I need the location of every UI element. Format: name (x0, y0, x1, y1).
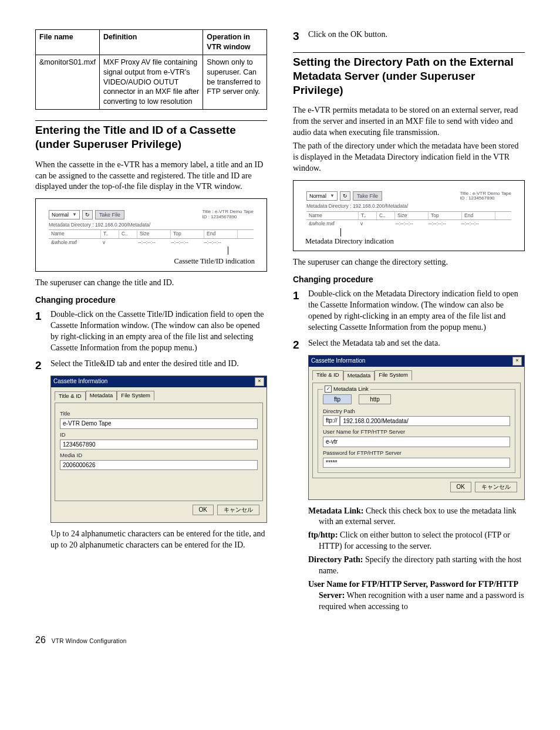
col-top: Top (429, 212, 462, 219)
cassette-title-id-field[interactable]: Title : e-VTR Demo Tape ID : 1234567890 (202, 209, 254, 220)
tab-file-system[interactable]: File System (117, 391, 154, 401)
dialog-title-text: Cassette Information (53, 377, 107, 386)
file-table-cell-name: &monitorS01.mxf (36, 55, 100, 109)
cell-t: v (358, 220, 376, 228)
cell-t: v (100, 239, 118, 246)
intro2a: The e-VTR permits metadata to be stored … (293, 105, 525, 138)
metadata-directory-field[interactable]: Metadata Directory : 192.168.0.200/Metad… (49, 222, 254, 228)
username-input[interactable]: e-vtr (323, 437, 510, 447)
take-file-button[interactable]: Take File (353, 191, 382, 201)
file-list-header: Name T.. C.. Size Top End (306, 211, 511, 220)
cell-end: --:--:--:-- (459, 220, 492, 228)
tab-title-id[interactable]: Title & ID (312, 370, 343, 380)
col-c: C.. (377, 212, 395, 219)
tab-metadata[interactable]: Metadata (343, 371, 375, 381)
chevron-down-icon: ▼ (72, 212, 77, 218)
changing-procedure-heading-2: Changing procedure (293, 274, 525, 285)
page-columns: File name Definition Operation in VTR wi… (35, 29, 525, 616)
col-name: Name (49, 230, 101, 238)
title-input[interactable]: e-VTR Demo Tape (60, 418, 258, 429)
step-number: 2 (293, 338, 308, 350)
description-list: Metadata Link: Check this check box to u… (308, 506, 525, 613)
file-table-h2: Operation in VTR window (203, 30, 267, 55)
metadata-link-checkbox[interactable]: ✓ (325, 386, 332, 393)
view-dropdown-value: Normal (52, 211, 69, 218)
cell-top: --:--:--:-- (168, 239, 201, 246)
http-button[interactable]: http (359, 394, 391, 405)
page-footer: 26 VTR Window Configuration (35, 634, 525, 647)
take-file-button[interactable]: Take File (95, 210, 124, 219)
directory-path-label: Directry Path (323, 408, 510, 415)
metadata-link-label: Metadata Link (333, 386, 369, 393)
media-id-label: Media ID (60, 452, 258, 459)
col-top: Top (171, 230, 204, 238)
close-button[interactable]: × (255, 377, 264, 386)
desc-metadata-link: Metadata Link: Check this check box to u… (308, 506, 525, 528)
step-2-right: 2 Select the Metadata tab and set the da… (293, 338, 525, 350)
chevron-down-icon: ▼ (330, 193, 335, 200)
col-c: C.. (119, 230, 137, 238)
ftp-button[interactable]: ftp (323, 394, 352, 405)
step-number: 1 (293, 289, 308, 333)
refresh-icon: ↻ (343, 193, 348, 199)
cell-c (118, 239, 136, 246)
cancel-button[interactable]: キャンセル (217, 505, 259, 515)
file-table-h1: Definition (99, 30, 203, 55)
tab-title-id[interactable]: Title & ID (55, 391, 86, 401)
ok-button[interactable]: OK (450, 482, 471, 492)
password-label: Password for FTP/HTTP Server (323, 450, 510, 457)
metadata-link-group: ✓ Metadata Link ftp http Directry Path f… (318, 389, 515, 473)
refresh-button[interactable]: ↻ (82, 210, 93, 219)
refresh-button[interactable]: ↻ (340, 191, 350, 201)
cell-end: --:--:--:-- (201, 239, 234, 246)
file-table-row: &monitorS01.mxf MXF Proxy AV file contai… (36, 55, 267, 109)
dialog-tabs: Title & ID Metadata File System (55, 391, 263, 401)
cancel-button[interactable]: キャンセル (475, 482, 517, 492)
close-button[interactable]: × (512, 357, 522, 366)
id-input[interactable]: 1234567890 (60, 440, 258, 450)
step-1-left: 1 Double-click on the Cassette Title/ID … (35, 309, 267, 354)
after-fig1-text: The superuser can change the title and I… (35, 278, 267, 289)
heading-title-id: Entering the Title and ID of a Cassette … (35, 120, 267, 151)
file-table: File name Definition Operation in VTR wi… (35, 29, 267, 110)
metadata-directory-field[interactable]: Metadata Directory : 192.168.0.200/Metad… (306, 203, 511, 209)
after-fig2-text: The superuser can change the directory s… (293, 257, 525, 268)
cell-top: --:--:--:-- (426, 220, 459, 228)
tab-file-system[interactable]: File System (375, 370, 412, 380)
file-list-row[interactable]: &whole.mxf v --:--:--:-- --:--:--:-- --:… (306, 220, 511, 228)
dialog-titlebar: Cassette Information × (309, 356, 524, 367)
media-id-input[interactable]: 2006000626 (60, 460, 258, 471)
step-number: 3 (293, 29, 308, 42)
col-size: Size (395, 212, 429, 219)
view-dropdown-value: Normal (309, 192, 326, 200)
step-1-right-text: Double-click on the Metadata Directory i… (308, 289, 525, 333)
vtr-window-figure-1: Normal ▼ ↻ Take File Title : e-VTR Demo … (35, 198, 267, 272)
intro2b: The path of the directory under which th… (293, 141, 525, 174)
view-dropdown[interactable]: Normal ▼ (306, 191, 338, 201)
desc-directory-path: Directory Path: Specify the directory pa… (308, 555, 525, 577)
step-3-right-top: 3 Click on the OK button. (293, 29, 525, 42)
step-3-text: Click on the OK button. (308, 29, 525, 42)
changing-procedure-heading-1: Changing procedure (35, 295, 267, 306)
callout-cassette-titleid: Cassette Title/ID indication (41, 256, 255, 266)
file-list-row[interactable]: &whole.mxf v --:--:--:-- --:--:--:-- --:… (49, 239, 254, 246)
directory-path-input[interactable]: 192.168.0.200/Metadata/ (340, 416, 510, 427)
tab-metadata[interactable]: Metadata (86, 391, 117, 401)
cell-c (376, 220, 393, 228)
step-2-left: 2 Select the Title&ID tab and enter the … (35, 359, 267, 371)
step-2-left-text: Select the Title&ID tab and enter the de… (50, 359, 267, 371)
footer-text: VTR Window Configuration (52, 637, 127, 645)
left-column: File name Definition Operation in VTR wi… (35, 29, 267, 616)
col-t: T.. (101, 230, 119, 238)
vtr-window-figure-2: Normal ▼ ↻ Take File Title : e-VTR Demo … (293, 180, 525, 252)
ok-button[interactable]: OK (193, 505, 214, 515)
view-dropdown[interactable]: Normal ▼ (49, 210, 80, 219)
cassette-title-id-field[interactable]: Title : e-VTR Demo Tape ID : 1234567890 (460, 191, 511, 202)
dialog-tabs: Title & ID Metadata File System (312, 370, 521, 380)
col-size: Size (137, 230, 171, 238)
cell-size: --:--:--:-- (393, 220, 426, 228)
file-table-h0: File name (36, 30, 100, 55)
password-input[interactable]: ***** (323, 458, 510, 468)
heading-directory-path: Setting the Directory Path on the Extern… (293, 52, 525, 97)
cell-name: &whole.mxf (49, 239, 100, 246)
